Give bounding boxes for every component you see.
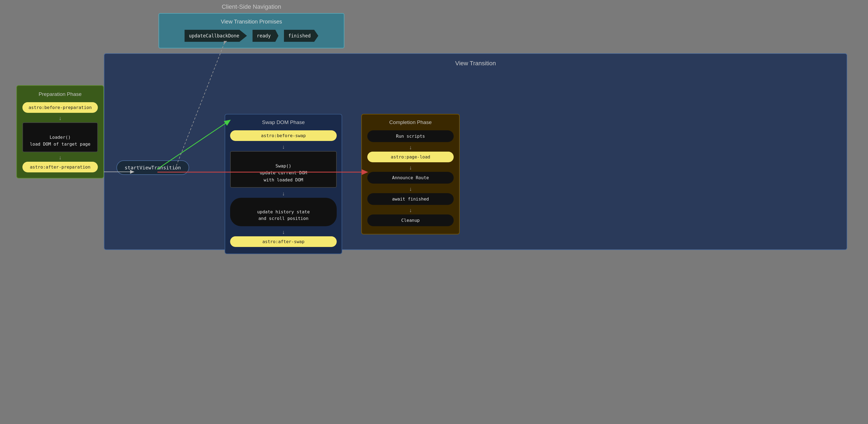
swap-fn: Swap() update current DOM with loaded DO… <box>230 151 337 188</box>
comp-title: Completion Phase <box>367 119 454 125</box>
comp-arrow-1: ↓ <box>367 144 454 151</box>
csnav-promises: updateCallbackDone ready finished <box>166 30 337 42</box>
swap-arrow-2: ↓ <box>230 190 337 197</box>
csnav-section: Client-Side Navigation View Transition P… <box>158 3 344 48</box>
comp-await-finished: await finished <box>367 193 454 205</box>
csnav-outer-label: Client-Side Navigation <box>158 3 344 10</box>
promise-1: ready <box>252 30 278 42</box>
swap-box: Swap DOM Phase astro:before-swap ↓ Swap(… <box>225 114 342 254</box>
promise-2: finished <box>284 30 318 42</box>
prep-arrow-2: ↓ <box>23 154 98 161</box>
swap-title: Swap DOM Phase <box>230 119 337 125</box>
vt-title: View Transition <box>112 60 839 67</box>
swap-history: update history state and scroll position <box>230 198 337 226</box>
prep-title: Preparation Phase <box>23 91 98 97</box>
swap-arrow-1: ↓ <box>230 144 337 150</box>
prep-arrow-1: ↓ <box>23 115 98 121</box>
promise-0: updateCallbackDone <box>184 30 247 42</box>
prep-loader: Loader() load DOM of target page <box>23 122 98 152</box>
comp-cleanup: Cleanup <box>367 215 454 226</box>
comp-arrow-3: ↓ <box>367 186 454 192</box>
swap-after-swap: astro:after-swap <box>230 236 337 247</box>
comp-run-scripts: Run scripts <box>367 130 454 142</box>
swap-arrow-3: ↓ <box>230 229 337 235</box>
comp-box: Completion Phase Run scripts ↓ astro:pag… <box>361 114 460 234</box>
csnav-box-title: View Transition Promises <box>166 19 337 25</box>
prep-before-prep: astro:before-preparation <box>23 102 98 113</box>
svt-node: startViewTransition <box>117 160 189 175</box>
csnav-box: View Transition Promises updateCallbackD… <box>158 13 344 48</box>
vt-box: View Transition startViewTransition Swap… <box>104 53 847 250</box>
prep-after-prep: astro:after-preparation <box>23 162 98 172</box>
comp-arrow-2: ↓ <box>367 164 454 171</box>
comp-page-load: astro:page-load <box>367 152 454 162</box>
comp-announce-route: Announce Route <box>367 172 454 184</box>
swap-before-swap: astro:before-swap <box>230 130 337 141</box>
prep-box: Preparation Phase astro:before-preparati… <box>17 85 104 178</box>
comp-arrow-4: ↓ <box>367 207 454 214</box>
